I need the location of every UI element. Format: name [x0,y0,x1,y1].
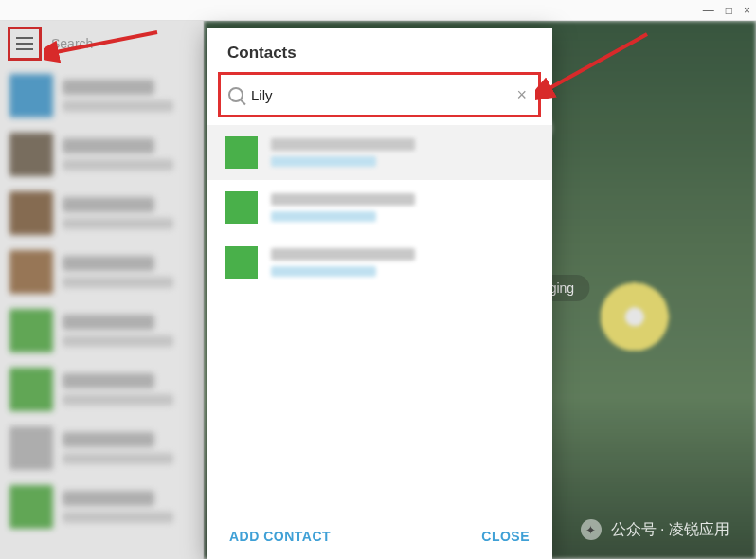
contact-search-wrap: × [218,72,541,117]
close-window-button[interactable]: × [744,4,750,17]
avatar [225,246,258,279]
titlebar: — □ × [0,0,756,21]
clear-search-button[interactable]: × [513,85,531,105]
contact-result-item[interactable] [207,235,552,290]
contact-search-input[interactable] [251,87,505,103]
add-contact-button[interactable]: ADD CONTACT [229,529,331,544]
contact-result-item[interactable] [207,180,552,235]
avatar [225,191,258,224]
contact-result-item[interactable] [207,125,552,180]
contacts-modal: Contacts × ADD CONTACT CLOSE [207,28,552,559]
avatar [225,136,258,169]
wechat-icon: ✦ [581,519,602,540]
contact-results [207,121,552,515]
watermark: ✦ 公众号 · 凌锐应用 [581,519,729,540]
watermark-text: 公众号 · 凌锐应用 [611,520,729,540]
modal-title: Contacts [207,28,552,72]
search-icon [228,87,243,102]
close-modal-button[interactable]: CLOSE [481,529,530,544]
minimize-button[interactable]: — [703,4,714,17]
maximize-button[interactable]: □ [726,4,732,17]
